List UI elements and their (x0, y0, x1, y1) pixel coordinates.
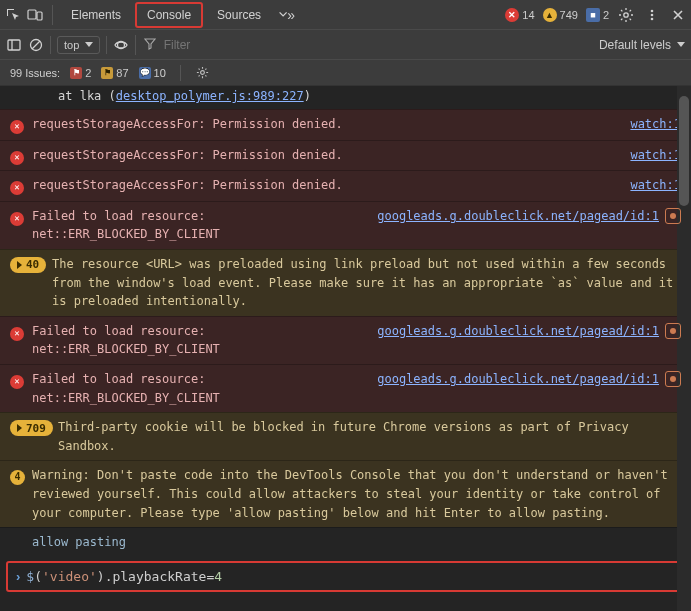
error-icon: ✕ (10, 323, 26, 342)
console-input[interactable]: › $('video').playbackRate=4 (6, 561, 685, 592)
log-message: requestStorageAccessFor: Permission deni… (32, 115, 622, 134)
error-icon: ✕ (10, 208, 26, 227)
svg-rect-6 (8, 40, 20, 50)
source-link[interactable]: desktop_polymer.js:989:227 (116, 89, 304, 103)
svg-point-4 (651, 13, 654, 16)
chevron-down-icon (677, 42, 685, 47)
error-count[interactable]: ✕ 14 (505, 8, 534, 22)
log-row-warning: 709 Third-party cookie will be blocked i… (0, 412, 691, 460)
stack-suffix: ) (304, 89, 311, 103)
live-expression-icon[interactable] (113, 37, 129, 53)
separator (52, 5, 53, 25)
svg-point-3 (651, 9, 654, 12)
devtools-tabbar: Elements Console Sources » ✕ 14 ▲ 749 ■ … (0, 0, 691, 30)
scrollbar-thumb[interactable] (679, 96, 689, 206)
source-link[interactable]: watch:1 (630, 146, 681, 165)
log-message: requestStorageAccessFor: Permission deni… (32, 176, 622, 195)
count: 87 (116, 67, 128, 79)
log-message: requestStorageAccessFor: Permission deni… (32, 146, 622, 165)
header-right: ✕ 14 ▲ 749 ■ 2 (505, 6, 687, 24)
chevron-down-icon (85, 42, 93, 47)
count: 2 (85, 67, 91, 79)
gear-icon[interactable] (195, 65, 210, 80)
filter-icon (144, 38, 157, 52)
issues-bar: 99 Issues: ⚑2 ⚑87 💬10 (0, 60, 691, 86)
scrollbar[interactable] (677, 86, 691, 611)
tab-elements[interactable]: Elements (61, 0, 131, 30)
tab-label: Console (147, 8, 191, 22)
log-row-error: ✕ Failed to load resource: net::ERR_BLOC… (0, 364, 691, 412)
error-icon: ✕ (10, 371, 26, 390)
svg-point-11 (200, 71, 204, 75)
log-row-warning: 40 The resource <URL> was preloaded usin… (0, 249, 691, 316)
log-row-error: ✕ Failed to load resource: net::ERR_BLOC… (0, 201, 691, 249)
log-levels-selector[interactable]: Default levels (599, 38, 685, 52)
log-row-error: ✕ requestStorageAccessFor: Permission de… (0, 109, 691, 140)
inspect-icon[interactable] (4, 6, 22, 24)
more-tabs-icon[interactable]: » (277, 6, 295, 24)
issues-improvements[interactable]: ⚑87 (101, 67, 128, 79)
log-message: The resource <URL> was preloaded using l… (52, 255, 681, 311)
filter-input[interactable] (164, 38, 593, 52)
log-message: Warning: Don't paste code into the DevTo… (32, 466, 681, 522)
extension-icon[interactable] (665, 323, 681, 339)
log-message: allow pasting (32, 533, 681, 552)
repeat-badge[interactable]: 709 (10, 419, 26, 438)
tab-label: Elements (71, 8, 121, 22)
log-row-warning: 4 Warning: Don't paste code into the Dev… (0, 460, 691, 527)
kebab-icon[interactable] (643, 6, 661, 24)
count: 749 (560, 9, 578, 21)
error-icon: ✕ (10, 116, 26, 135)
separator (106, 36, 107, 54)
tab-sources[interactable]: Sources (207, 0, 271, 30)
badge-count: 40 (26, 256, 39, 273)
log-row-user: allow pasting (0, 527, 691, 557)
svg-line-9 (32, 41, 40, 49)
warning-count[interactable]: ▲ 749 (543, 8, 578, 22)
flag-icon: ⚑ (70, 67, 82, 79)
sidebar-toggle-icon[interactable] (6, 37, 22, 53)
error-icon: ✕ (10, 147, 26, 166)
log-message: Failed to load resource: net::ERR_BLOCKE… (32, 322, 369, 359)
svg-rect-1 (37, 12, 42, 20)
source-link[interactable]: googleads.g.doubleclick.net/pagead/id:1 (377, 207, 659, 226)
tab-label: Sources (217, 8, 261, 22)
clear-console-icon[interactable] (28, 37, 44, 53)
source-link[interactable]: watch:1 (630, 115, 681, 134)
tab-console[interactable]: Console (135, 2, 203, 28)
close-icon[interactable] (669, 6, 687, 24)
separator (50, 36, 51, 54)
prompt-icon: › (16, 569, 20, 584)
source-link[interactable]: googleads.g.doubleclick.net/pagead/id:1 (377, 370, 659, 389)
log-row-error: ✕ requestStorageAccessFor: Permission de… (0, 140, 691, 171)
log-message: Failed to load resource: net::ERR_BLOCKE… (32, 207, 369, 244)
log-message: Third-party cookie will be blocked in fu… (58, 418, 681, 455)
issues-breaking[interactable]: ⚑2 (70, 67, 91, 79)
levels-label: Default levels (599, 38, 671, 52)
chat-icon: 💬 (139, 67, 151, 79)
source-link[interactable]: googleads.g.doubleclick.net/pagead/id:1 (377, 322, 659, 341)
console-toolbar: top Default levels (0, 30, 691, 60)
source-link[interactable]: watch:1 (630, 176, 681, 195)
issues-info[interactable]: 💬10 (139, 67, 166, 79)
info-icon: ■ (586, 8, 600, 22)
repeat-badge[interactable]: 40 (10, 256, 26, 275)
info-count[interactable]: ■ 2 (586, 8, 609, 22)
error-icon: ✕ (10, 177, 26, 196)
extension-icon[interactable] (665, 371, 681, 387)
gear-icon[interactable] (617, 6, 635, 24)
warning-icon: ▲ (543, 8, 557, 22)
context-label: top (64, 39, 79, 51)
input-code[interactable]: $('video').playbackRate=4 (26, 569, 222, 584)
device-toolbar-icon[interactable] (26, 6, 44, 24)
stack-trace-line: at lka (desktop_polymer.js:989:227) (0, 86, 691, 109)
extension-icon[interactable] (665, 208, 681, 224)
count: 10 (154, 67, 166, 79)
filter-box (135, 35, 593, 55)
badge-count: 709 (26, 420, 46, 437)
console-log: at lka (desktop_polymer.js:989:227) ✕ re… (0, 86, 691, 611)
count: 2 (603, 9, 609, 21)
context-selector[interactable]: top (57, 36, 100, 54)
log-message: Failed to load resource: net::ERR_BLOCKE… (32, 370, 369, 407)
warning-count-icon: 4 (10, 467, 26, 486)
